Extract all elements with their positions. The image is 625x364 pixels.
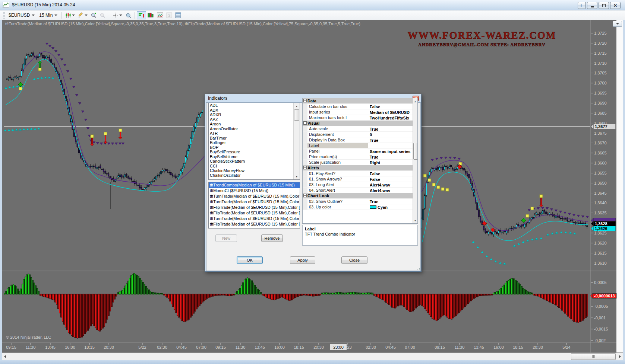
scrollbar-thumb[interactable]: [413, 143, 418, 160]
indicator-list-item[interactable]: CCI: [209, 164, 300, 169]
property-row[interactable]: Maximum bars look lTwoHundredFiftySix: [303, 115, 413, 121]
collapse-icon[interactable]: −: [303, 99, 307, 102]
property-value[interactable]: Same as input series: [368, 149, 413, 154]
toolbar-grip[interactable]: [3, 12, 5, 19]
property-row[interactable]: 03. Show Outline?True: [303, 199, 413, 204]
zoom-out-button[interactable]: [98, 11, 107, 19]
indicator-list-item[interactable]: ChaikinMoneyFlow: [209, 168, 300, 173]
indicator-list-item[interactable]: APZ: [209, 117, 300, 122]
scroll-right-button[interactable]: [617, 353, 623, 360]
property-value[interactable]: Right: [368, 160, 413, 165]
scroll-up-icon[interactable]: ▲: [413, 98, 417, 104]
interval-selector[interactable]: 15 Min: [37, 12, 60, 19]
indicator-list-item[interactable]: Bollinger: [209, 140, 300, 145]
property-row[interactable]: Input seriesMedian of $EURUSD: [303, 109, 413, 115]
property-row[interactable]: Label: [303, 143, 413, 149]
property-row[interactable]: Display in Data BoxTrue: [303, 137, 413, 143]
indicator-list-item[interactable]: BuySellPressure: [209, 150, 300, 154]
horizontal-scrollbar[interactable]: [2, 352, 623, 360]
scrollbar-thumb[interactable]: [294, 109, 299, 121]
chart-style-button[interactable]: [64, 11, 76, 19]
close-dialog-button[interactable]: Close: [341, 256, 367, 264]
collapse-icon[interactable]: −: [303, 194, 307, 197]
property-value[interactable]: True: [368, 154, 413, 159]
indicator-list-item[interactable]: CandleStickPattern: [209, 159, 300, 164]
panel-layout-button[interactable]: [137, 11, 146, 19]
indicator-list-item[interactable]: BuySellVolume: [209, 154, 300, 159]
indicator-list-item[interactable]: ADX: [209, 108, 300, 113]
line-chart-button[interactable]: [155, 11, 165, 19]
property-value[interactable]: Alert4.wav: [368, 188, 413, 193]
property-section[interactable]: −Chart Look: [303, 193, 413, 199]
scroll-down-icon[interactable]: ▼: [413, 217, 417, 223]
new-button[interactable]: New: [215, 234, 237, 242]
data-box-button[interactable]: [124, 11, 133, 19]
property-row[interactable]: 04. Short AlertAlert4.wav: [303, 188, 413, 193]
property-value[interactable]: False: [368, 104, 413, 109]
property-row[interactable]: Price marker(s)True: [303, 154, 413, 160]
property-row[interactable]: PanelSame as input series: [303, 149, 413, 154]
configured-indicator-item[interactable]: tftFlipTrade(Median of $EURUSD (15 Min),…: [209, 210, 300, 216]
available-indicators-list[interactable]: ADLADXADXRAPZAroonAroonOscillatorATRBarT…: [208, 103, 300, 180]
minimize-button[interactable]: [587, 2, 597, 9]
property-value[interactable]: True: [368, 199, 413, 204]
property-row[interactable]: Displacement0: [303, 132, 413, 137]
configured-indicator-item[interactable]: tftTurnTrade(Median of $EURUSD (15 Min),…: [209, 216, 300, 221]
property-grid[interactable]: −DataCalculate on bar closFalseInput ser…: [302, 98, 418, 224]
property-row[interactable]: Scale justificationRight: [303, 160, 413, 165]
property-value[interactable]: True: [368, 137, 413, 143]
property-value[interactable]: True: [368, 126, 413, 131]
configured-indicator-item[interactable]: tftMomoCL($EURUSD (15 Min)): [209, 188, 300, 194]
indicator-list-item[interactable]: ADXR: [209, 112, 300, 117]
property-row[interactable]: 03. Long AlertAlert4.wav: [303, 182, 413, 188]
scroll-left-button[interactable]: [2, 353, 8, 360]
property-row[interactable]: Auto scaleTrue: [303, 126, 413, 132]
link-button[interactable]: L: [578, 2, 586, 9]
resize-grip[interactable]: [417, 268, 420, 271]
configured-indicator-item[interactable]: tftFlipTrade(Median of $EURUSD (15 Min),…: [209, 221, 300, 227]
collapse-icon[interactable]: −: [303, 166, 307, 169]
ok-button[interactable]: OK: [237, 256, 263, 264]
property-value[interactable]: Median of $EURUSD: [368, 109, 413, 115]
property-value[interactable]: TwoHundredFiftySix: [368, 115, 413, 120]
crosshair-button[interactable]: [111, 11, 124, 19]
drawing-tools-button[interactable]: [76, 11, 89, 19]
indicator-list-item[interactable]: ADL: [209, 103, 300, 108]
remove-button[interactable]: Remove: [261, 234, 283, 242]
apply-button[interactable]: Apply: [290, 256, 315, 264]
property-section[interactable]: −Alerts: [303, 165, 413, 171]
configured-indicator-item[interactable]: tftTurnTrade(Median of $EURUSD (15 Min),…: [209, 199, 300, 205]
property-value[interactable]: False: [368, 176, 413, 182]
property-value[interactable]: False: [368, 171, 413, 176]
property-value[interactable]: Alert4.wav: [368, 182, 413, 187]
volume-bars-button[interactable]: [146, 11, 155, 19]
indicator-list-item[interactable]: Aroon: [209, 122, 300, 127]
indicator-list-item[interactable]: BOP: [209, 145, 300, 150]
configured-indicator-item[interactable]: tftTurnTrade(Median of $EURUSD (15 Min),…: [209, 194, 300, 199]
configured-indicator-item[interactable]: tftTrendCombo(Median of $EURUSD (15 Min)…: [209, 182, 300, 188]
configured-indicator-item[interactable]: tftFlipTrade(Median of $EURUSD (15 Min),…: [209, 205, 300, 210]
close-button[interactable]: ✕: [610, 2, 621, 9]
list-scrollbar[interactable]: ▲ ▼: [293, 103, 300, 179]
scroll-down-icon[interactable]: ▼: [294, 173, 300, 179]
instrument-selector[interactable]: $EURUSD: [6, 12, 37, 19]
property-value[interactable]: [368, 143, 413, 148]
configured-indicators-list[interactable]: tftTrendCombo(Median of $EURUSD (15 Min)…: [208, 182, 300, 229]
property-section[interactable]: −Data: [303, 98, 413, 104]
property-row[interactable]: Calculate on bar closFalse: [303, 104, 413, 109]
indicator-list-item[interactable]: BarTimer: [209, 136, 300, 141]
indicator-list-item[interactable]: ATR: [209, 131, 300, 136]
property-value[interactable]: 0: [368, 132, 413, 137]
property-row[interactable]: 01. Play Alert?False: [303, 171, 413, 176]
collapse-icon[interactable]: −: [303, 121, 307, 125]
property-row[interactable]: 01. Show Arrows?False: [303, 176, 413, 182]
property-section[interactable]: −Visual: [303, 121, 413, 126]
scrollbar-thumb[interactable]: [571, 353, 616, 360]
indicator-list-item[interactable]: ChaikinOscillator: [209, 173, 300, 178]
chart-menu-button[interactable]: [613, 21, 622, 27]
data-grid-button[interactable]: [174, 11, 183, 19]
zoom-in-button[interactable]: [89, 11, 98, 19]
grid-scrollbar[interactable]: ▲ ▼: [413, 98, 417, 223]
dollar-button[interactable]: $: [165, 11, 174, 19]
property-row[interactable]: 03. Up colorCyan: [303, 204, 413, 210]
